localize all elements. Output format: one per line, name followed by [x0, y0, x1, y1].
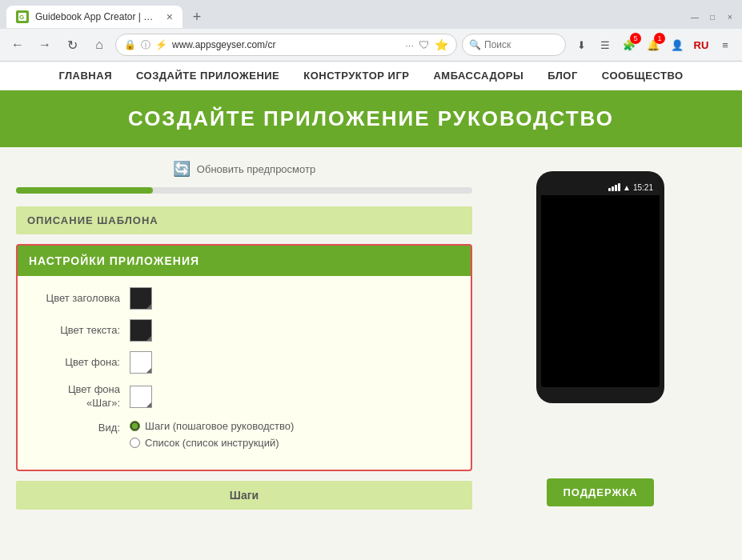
bg-color-row: Цвет фона: — [34, 351, 455, 374]
step-bg-color-label: Цвет фона «Шаг»: — [34, 383, 130, 410]
phone-status-bar: ▲ 15:21 — [541, 179, 660, 195]
progress-bar-container — [16, 187, 472, 194]
notifications-icon[interactable]: 🔔 1 — [643, 34, 664, 55]
ru-icon[interactable]: RU — [691, 34, 712, 55]
header-color-label: Цвет заголовка — [34, 292, 130, 306]
reload-button[interactable]: ↻ — [61, 34, 83, 56]
text-color-row: Цвет текста: — [34, 319, 455, 342]
step-bg-color-swatch[interactable] — [130, 386, 152, 408]
refresh-icon: 🔄 — [173, 160, 191, 178]
nav-blog[interactable]: БЛОГ — [547, 70, 578, 82]
swatch-arrow-step — [146, 402, 151, 407]
bg-color-swatch[interactable] — [130, 351, 152, 374]
url-text: www.appsgeyser.com/cr — [172, 39, 400, 50]
home-button[interactable]: ⌂ — [88, 34, 110, 56]
minimize-button[interactable]: — — [689, 11, 700, 22]
template-description-header: ОПИСАНИЕ ШАБЛОНА — [16, 206, 472, 234]
search-input[interactable] — [484, 39, 548, 50]
close-button[interactable]: × — [724, 11, 736, 22]
tab-close-button[interactable]: × — [166, 10, 173, 23]
url-dots: ··· — [405, 39, 414, 51]
address-bar[interactable]: 🔒 ⓘ ⚡ www.appsgeyser.com/cr ··· 🛡 ⭐ — [115, 34, 457, 56]
left-panel: 🔄 Обновить предпросмотр ОПИСАНИЕ ШАБЛОНА… — [0, 147, 488, 522]
nav-game-builder[interactable]: КОНСТРУКТОР ИГР — [303, 70, 409, 82]
browser-titlebar: G Guidebook App Creator | Creat × + — □ … — [0, 0, 742, 29]
extension-badge: 5 — [630, 33, 641, 44]
download-icon[interactable]: ⬇ — [571, 34, 592, 55]
nav-home[interactable]: ГЛАВНАЯ — [58, 70, 112, 82]
extensions-icon[interactable]: 🧩 5 — [619, 34, 640, 55]
steps-section: Шаги — [16, 481, 472, 510]
view-radio-row: Вид: Шаги (пошаговое руководство) Список… — [34, 420, 455, 449]
browser-chrome: G Guidebook App Creator | Creat × + — □ … — [0, 0, 742, 62]
tab-title: Guidebook App Creator | Creat — [35, 11, 160, 22]
swatch-arrow-header — [146, 304, 151, 309]
nav-community[interactable]: СООБЩЕСТВО — [602, 70, 684, 82]
signal-bar-3 — [615, 185, 617, 191]
nav-create-app[interactable]: СОЗДАЙТЕ ПРИЛОЖЕНИЕ — [136, 70, 279, 82]
bg-color-label: Цвет фона: — [34, 356, 130, 370]
menu-icon[interactable]: ≡ — [715, 34, 736, 55]
wifi-icon: ▲ — [623, 183, 631, 192]
settings-box: НАСТРОЙКИ ПРИЛОЖЕНИЯ Цвет заголовка Цвет… — [16, 244, 472, 471]
maximize-button[interactable]: □ — [707, 11, 718, 22]
refresh-row[interactable]: 🔄 Обновить предпросмотр — [16, 160, 472, 178]
radio-steps[interactable]: Шаги (пошаговое руководство) — [130, 420, 294, 432]
right-panel: ▲ 15:21 ПОДДЕРЖКА — [488, 147, 712, 522]
browser-toolbar: ← → ↻ ⌂ 🔒 ⓘ ⚡ www.appsgeyser.com/cr ··· … — [0, 29, 742, 61]
new-tab-button[interactable]: + — [186, 6, 208, 28]
header-color-row: Цвет заголовка — [34, 287, 455, 310]
swatch-arrow-bg — [146, 368, 151, 373]
signal-bars-icon — [608, 183, 620, 191]
bookmarks-icon[interactable]: ☰ — [595, 34, 616, 55]
step-bg-color-row: Цвет фона «Шаг»: — [34, 383, 455, 410]
main-area: 🔄 Обновить предпросмотр ОПИСАНИЕ ШАБЛОНА… — [0, 147, 742, 522]
signal-bar-4 — [618, 183, 620, 191]
text-color-label: Цвет текста: — [34, 324, 130, 338]
radio-list[interactable]: Список (список инструкций) — [130, 437, 294, 449]
settings-title: НАСТРОЙКИ ПРИЛОЖЕНИЯ — [29, 254, 199, 267]
nav-ambassadors[interactable]: АМБАССАДОРЫ — [433, 70, 523, 82]
radio-options: Шаги (пошаговое руководство) Список (спи… — [130, 420, 294, 449]
search-box[interactable]: 🔍 — [462, 34, 566, 56]
radio-list-input[interactable] — [130, 438, 140, 448]
swatch-arrow-text — [146, 336, 151, 341]
page-content: ГЛАВНАЯ СОЗДАЙТЕ ПРИЛОЖЕНИЕ КОНСТРУКТОР … — [0, 62, 742, 560]
settings-header: НАСТРОЙКИ ПРИЛОЖЕНИЯ — [18, 246, 471, 276]
browser-tab[interactable]: G Guidebook App Creator | Creat × — [6, 6, 182, 28]
phone-time: 15:21 — [633, 183, 653, 192]
forward-button[interactable]: → — [34, 34, 56, 56]
radio-list-label: Список (список инструкций) — [145, 437, 279, 449]
support-button[interactable]: ПОДДЕРЖКА — [547, 478, 653, 506]
progress-bar-fill — [16, 187, 153, 194]
site-nav: ГЛАВНАЯ СОЗДАЙТЕ ПРИЛОЖЕНИЕ КОНСТРУКТОР … — [0, 62, 742, 90]
radio-steps-input[interactable] — [130, 421, 140, 431]
hero-banner: СОЗДАЙТЕ ПРИЛОЖЕНИЕ РУКОВОДСТВО — [0, 90, 742, 147]
signal-bar-2 — [612, 186, 614, 191]
tab-favicon: G — [16, 10, 29, 23]
notification-badge: 1 — [654, 33, 665, 44]
refresh-label: Обновить предпросмотр — [197, 163, 315, 175]
settings-body: Цвет заголовка Цвет текста: — [18, 276, 471, 470]
svg-text:G: G — [19, 14, 24, 21]
text-color-swatch[interactable] — [130, 319, 152, 342]
back-button[interactable]: ← — [6, 34, 29, 56]
hero-title: СОЗДАЙТЕ ПРИЛОЖЕНИЕ РУКОВОДСТВО — [128, 106, 614, 130]
toolbar-icons: ⬇ ☰ 🧩 5 🔔 1 👤 RU ≡ — [571, 34, 736, 55]
view-label: Вид: — [34, 420, 130, 434]
header-color-swatch[interactable] — [130, 287, 152, 310]
status-icons: ▲ 15:21 — [608, 183, 653, 192]
account-icon[interactable]: 👤 — [667, 34, 688, 55]
phone-mockup: ▲ 15:21 — [536, 171, 664, 403]
signal-bar-1 — [608, 188, 611, 191]
radio-steps-label: Шаги (пошаговое руководство) — [145, 420, 294, 432]
phone-screen: ▲ 15:21 — [541, 179, 660, 387]
window-controls: — □ × — [689, 11, 736, 22]
